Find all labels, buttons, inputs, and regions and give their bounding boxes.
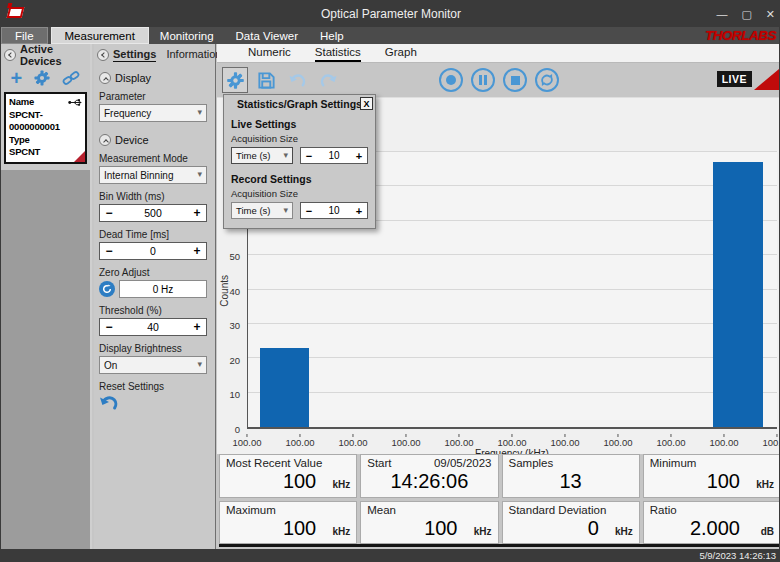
decrement-button[interactable]: −: [100, 320, 118, 334]
popup-title: Statistics/Graph Settings: [237, 98, 362, 110]
collapse-panel-icon[interactable]: [4, 49, 16, 61]
x-tick-label: 100.00: [232, 434, 261, 448]
threshold-value[interactable]: 40: [118, 321, 188, 333]
menu-bar: File Measurement Monitoring Data Viewer …: [1, 27, 780, 44]
device-type-label: Type: [9, 134, 82, 147]
reset-settings-label: Reset Settings: [99, 381, 207, 392]
record-acquisition-unit-dropdown[interactable]: Time (s) ▾: [231, 202, 293, 219]
histogram-bar: [713, 162, 763, 427]
status-datetime: 5/9/2023 14:26:13: [699, 550, 776, 561]
settings-panel: Settings Information Display Parameter F…: [94, 44, 216, 549]
decrement-button[interactable]: −: [301, 205, 317, 217]
bin-width-label: Bin Width (ms): [99, 191, 207, 202]
close-button[interactable]: ✕: [766, 8, 775, 21]
gridline: [248, 289, 777, 290]
display-section-collapse-icon[interactable]: [99, 72, 111, 84]
record-acquisition-size-stepper: − 10 +: [300, 202, 368, 219]
decrement-button[interactable]: −: [100, 244, 118, 258]
minimize-button[interactable]: —: [716, 8, 727, 20]
threshold-label: Threshold (%): [99, 305, 207, 316]
pause-button[interactable]: [471, 68, 495, 92]
chevron-down-icon: ▾: [284, 205, 289, 215]
active-devices-panel: Active Devices +: [1, 44, 92, 549]
display-brightness-dropdown[interactable]: On ▾: [99, 356, 207, 374]
device-card[interactable]: Name SPCNT-0000000001 Type SPCNT: [4, 92, 87, 164]
increment-button[interactable]: +: [351, 150, 367, 162]
device-settings-gears-icon[interactable]: [33, 69, 51, 87]
x-axis-labels: 100.00100.00100.00100.00100.00100.00100.…: [247, 434, 777, 447]
x-tick-label: 100.00: [762, 434, 780, 448]
popup-close-button[interactable]: X: [360, 97, 373, 110]
menu-help[interactable]: Help: [309, 27, 355, 44]
dead-time-value[interactable]: 0: [118, 245, 188, 257]
chevron-down-icon: ▾: [197, 359, 202, 369]
increment-button[interactable]: +: [188, 244, 206, 258]
undo-button[interactable]: [284, 67, 310, 93]
tab-settings[interactable]: Settings: [113, 48, 156, 62]
stop-button[interactable]: [503, 68, 527, 92]
histogram-bar: [260, 348, 309, 427]
maximize-button[interactable]: ▢: [741, 8, 751, 21]
x-tick-label: 100.00: [285, 434, 314, 448]
x-tick-label: 100.00: [709, 434, 738, 448]
dead-time-stepper: − 0 +: [99, 242, 207, 260]
chevron-down-icon: ▾: [197, 169, 202, 179]
increment-button[interactable]: +: [188, 320, 206, 334]
bin-width-value[interactable]: 500: [118, 207, 188, 219]
menu-file[interactable]: File: [1, 27, 48, 44]
zero-adjust-refresh-icon[interactable]: [99, 281, 115, 297]
tab-numeric[interactable]: Numeric: [248, 46, 291, 62]
device-section-collapse-icon[interactable]: [99, 134, 111, 146]
live-acquisition-size-value[interactable]: 10: [317, 150, 351, 161]
x-tick-label: 100.00: [391, 434, 420, 448]
content-area: Active Devices +: [1, 44, 780, 549]
increment-button[interactable]: +: [188, 206, 206, 220]
display-brightness-label: Display Brightness: [99, 343, 207, 354]
loop-icon: [540, 73, 554, 87]
tab-graph[interactable]: Graph: [385, 46, 417, 62]
record-button[interactable]: [439, 68, 463, 92]
y-tick-label: 0: [235, 424, 240, 435]
menu-measurement[interactable]: Measurement: [51, 27, 149, 44]
measurement-mode-dropdown[interactable]: Internal Binning ▾: [99, 166, 207, 184]
save-icon: [257, 71, 276, 90]
stat-mean: Mean 100kHz: [360, 501, 498, 545]
menu-data-viewer[interactable]: Data Viewer: [225, 27, 309, 44]
tab-statistics[interactable]: Statistics: [315, 46, 361, 62]
zero-adjust-label: Zero Adjust: [99, 267, 207, 278]
title-bar: Optical Parameter Monitor — ▢ ✕: [1, 1, 780, 27]
loop-button[interactable]: [535, 68, 559, 92]
live-acquisition-size-stepper: − 10 +: [300, 147, 368, 164]
live-badge: LIVE: [717, 71, 752, 87]
live-status-triangle: [754, 69, 779, 90]
x-tick-label: 100.00: [603, 434, 632, 448]
live-acquisition-unit-dropdown[interactable]: Time (s) ▾: [231, 147, 293, 164]
y-tick-label: 10: [229, 389, 240, 400]
menu-monitoring[interactable]: Monitoring: [149, 27, 225, 44]
gridline: [248, 323, 777, 324]
decrement-button[interactable]: −: [100, 206, 118, 220]
increment-button[interactable]: +: [351, 205, 367, 217]
stat-maximum: Maximum 100kHz: [219, 501, 357, 545]
record-settings-heading: Record Settings: [231, 173, 368, 185]
gridline: [248, 357, 777, 358]
stat-ratio: Ratio 2.000dB: [643, 501, 780, 545]
record-acquisition-size-value[interactable]: 10: [317, 205, 351, 216]
reset-settings-undo-icon[interactable]: [99, 394, 119, 412]
stop-icon: [511, 76, 520, 85]
parameter-dropdown[interactable]: Frequency ▾: [99, 104, 207, 122]
statistics-graph-settings-popup: Statistics/Graph Settings X Live Setting…: [223, 94, 376, 229]
pause-icon: [479, 75, 488, 85]
redo-button[interactable]: [315, 67, 341, 93]
decrement-button[interactable]: −: [301, 150, 317, 162]
record-acquisition-size-label: Acquisition Size: [231, 188, 368, 199]
graph-settings-button[interactable]: [222, 67, 248, 93]
add-device-icon[interactable]: +: [11, 68, 23, 88]
collapse-settings-icon[interactable]: [97, 49, 109, 61]
zero-adjust-value[interactable]: 0 Hz: [119, 280, 207, 298]
tab-information[interactable]: Information: [166, 48, 221, 61]
active-devices-header: Active Devices: [1, 44, 90, 65]
link-device-icon[interactable]: [62, 69, 80, 87]
save-button[interactable]: [253, 67, 279, 93]
device-type-value: SPCNT: [9, 146, 82, 159]
